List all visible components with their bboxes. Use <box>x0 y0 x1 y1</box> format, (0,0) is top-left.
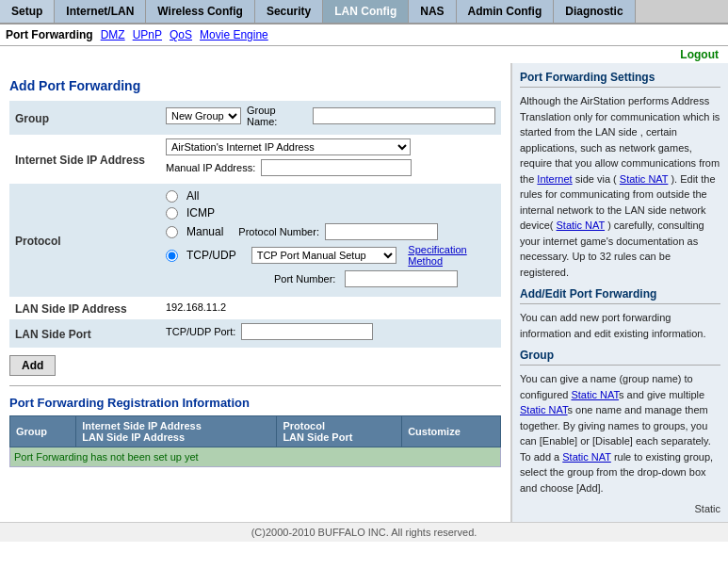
internet-link[interactable]: Internet <box>537 173 572 185</box>
registration-table: Group Internet Side IP Address LAN Side … <box>9 415 501 467</box>
reg-col-protocol-line2: LAN Side Port <box>283 431 352 443</box>
logout-bar: Logout <box>0 46 728 63</box>
tcp-dropdown[interactable]: TCP Port Manual Setup <box>251 247 397 264</box>
static-nat-link4[interactable]: Static NAT <box>520 404 568 415</box>
radio-tcpudp[interactable] <box>166 250 178 262</box>
reg-col-customize: Customize <box>402 416 501 447</box>
top-navigation: Setup Internet/LAN Wireless Config Secur… <box>0 0 728 24</box>
group-name-input[interactable] <box>313 107 495 124</box>
protocol-number-input[interactable] <box>325 223 438 240</box>
port-number-label: Port Number: <box>274 273 335 284</box>
lan-ip-label: LAN Side IP Address <box>9 297 160 319</box>
manual-ip-label: Manual IP Address: <box>166 162 255 173</box>
tab-lan-config[interactable]: LAN Config <box>323 0 409 23</box>
right-section3-text: You can give a name (group name) to conf… <box>520 371 720 496</box>
tab-diagnostic[interactable]: Diagnostic <box>554 0 635 23</box>
protocol-number-label: Protocol Number: <box>238 226 319 237</box>
radio-all[interactable] <box>166 190 178 203</box>
radio-all-label: All <box>186 189 199 203</box>
static-nat-link3[interactable]: Static NAT <box>571 389 619 400</box>
radio-icmp-label: ICMP <box>186 206 215 219</box>
registration-title: Port Forwarding Registration Information <box>9 396 501 410</box>
internet-ip-dropdown[interactable]: AirStation's Internet IP Address <box>166 138 411 155</box>
right-section1-text: Although the AirStation performs Address… <box>520 93 720 280</box>
reg-col-protocol-line1: Protocol <box>283 420 325 431</box>
left-panel: Add Port Forwarding Group New Group Grou… <box>0 63 511 522</box>
static-nat-link5[interactable]: Static NAT <box>562 451 611 463</box>
right-panel: Port Forwarding Settings Although the Ai… <box>511 63 728 522</box>
lan-ip-cell: 192.168.11.2 <box>160 297 501 319</box>
protocol-cell: All ICMP Manual Protocol Number: <box>160 184 501 297</box>
main-layout: Add Port Forwarding Group New Group Grou… <box>0 63 728 522</box>
lan-ip-value: 192.168.11.2 <box>166 301 226 313</box>
footer-text: (C)2000-2010 BUFFALO INC. All rights res… <box>251 527 477 538</box>
radio-icmp[interactable] <box>166 207 178 219</box>
reg-col-ip-line2: LAN Side IP Address <box>82 431 185 443</box>
right-section3-title: Group <box>520 349 720 366</box>
subnav-upnp[interactable]: UPnP <box>133 28 162 41</box>
tab-admin-config[interactable]: Admin Config <box>457 0 555 23</box>
lan-port-label2: TCP/UDP Port: <box>166 326 235 337</box>
tab-internet-lan[interactable]: Internet/LAN <box>55 0 146 23</box>
spec-method-link[interactable]: Specification Method <box>408 244 495 267</box>
subnav-dmz[interactable]: DMZ <box>101 28 125 41</box>
port-number-input[interactable] <box>345 270 458 287</box>
tab-setup[interactable]: Setup <box>0 0 55 23</box>
reg-col-ip: Internet Side IP Address LAN Side IP Add… <box>76 416 277 447</box>
tab-wireless-config[interactable]: Wireless Config <box>146 0 255 23</box>
right-section2-text: You can add new port forwarding informat… <box>520 310 720 341</box>
static-nat-link2[interactable]: Static NAT <box>557 219 606 231</box>
protocol-label: Protocol <box>9 184 160 297</box>
lan-port-cell: TCP/UDP Port: <box>160 319 501 348</box>
internet-ip-label: Internet Side IP Address <box>9 135 160 184</box>
reg-col-protocol: Protocol LAN Side Port <box>277 416 402 447</box>
section-divider <box>9 385 501 386</box>
logout-link[interactable]: Logout <box>680 48 719 61</box>
manual-ip-input[interactable] <box>261 159 412 176</box>
tab-nas[interactable]: NAS <box>409 0 456 23</box>
static-label: Static <box>694 503 720 514</box>
internet-ip-cell: AirStation's Internet IP Address Manual … <box>160 135 501 184</box>
reg-col-ip-line1: Internet Side IP Address <box>82 420 202 431</box>
add-port-forwarding-title: Add Port Forwarding <box>9 78 501 93</box>
subnav-qos[interactable]: QoS <box>170 28 192 41</box>
right-section2-title: Add/Edit Port Forwarding <box>520 287 720 304</box>
sub-navigation: Port Forwarding DMZ UPnP QoS Movie Engin… <box>0 24 728 46</box>
group-label: Group <box>9 101 160 135</box>
static-nat-link1[interactable]: Static NAT <box>620 173 669 185</box>
group-value-cell: New Group Group Name: <box>160 101 501 135</box>
lan-port-input[interactable] <box>241 323 373 340</box>
subnav-movie-engine[interactable]: Movie Engine <box>200 28 268 41</box>
tab-security[interactable]: Security <box>255 0 323 23</box>
add-form-table: Group New Group Group Name: Internet Sid… <box>9 101 501 348</box>
radio-manual[interactable] <box>166 226 178 238</box>
lan-port-label: LAN Side Port <box>9 319 160 348</box>
no-data-row: Port Forwarding has not been set up yet <box>10 447 501 467</box>
footer: (C)2000-2010 BUFFALO INC. All rights res… <box>0 522 728 542</box>
right-section1-title: Port Forwarding Settings <box>520 71 720 88</box>
radio-tcpudp-label: TCP/UDP <box>186 249 236 262</box>
group-name-label: Group Name: <box>247 105 307 127</box>
group-dropdown[interactable]: New Group <box>166 107 241 124</box>
radio-manual-label: Manual <box>186 225 223 238</box>
add-button[interactable]: Add <box>9 355 56 376</box>
subnav-port-forwarding[interactable]: Port Forwarding <box>6 28 93 41</box>
reg-col-group: Group <box>10 416 76 447</box>
